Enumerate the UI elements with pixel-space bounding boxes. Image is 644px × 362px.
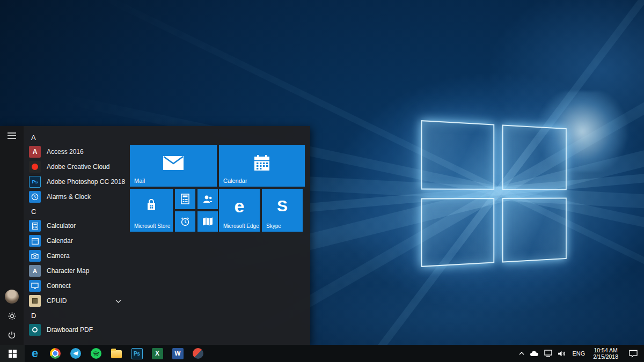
tile-small-maps[interactable]	[197, 211, 218, 232]
tray-language[interactable]: ENG	[568, 345, 589, 362]
tray-action-center[interactable]	[623, 345, 644, 362]
app-list-item-alarms-clock[interactable]: Alarms & Clock	[24, 189, 130, 204]
photoshop-icon: Ps	[29, 176, 41, 188]
app-label: Adobe Photoshop CC 2018	[47, 178, 125, 186]
windows-hero-logo	[421, 120, 566, 267]
tile-label: Skype	[266, 223, 281, 229]
expand-menu-button[interactable]	[0, 126, 24, 145]
character-map-icon: A	[29, 265, 41, 277]
network-icon	[544, 350, 552, 357]
section-letter-a[interactable]: A	[24, 130, 130, 144]
app-list-item-character-map[interactable]: A Character Map	[24, 263, 130, 278]
tile-small-calculator[interactable]	[175, 189, 195, 209]
settings-button[interactable]	[0, 306, 24, 326]
settings-gear-icon	[8, 312, 17, 321]
onedrive-cloud-icon	[530, 351, 539, 357]
taskbar-excel-button[interactable]: X	[147, 345, 167, 362]
taskbar-file-explorer-button[interactable]	[106, 345, 127, 362]
tray-time: 10:54 AM	[594, 347, 617, 354]
taskbar-telegram-button[interactable]	[65, 345, 86, 362]
power-button[interactable]	[0, 326, 24, 345]
app-label: Drawboard PDF	[47, 326, 93, 334]
alarm-clock-icon	[180, 216, 191, 227]
chevron-down-icon[interactable]	[115, 299, 121, 303]
app-list-item-cpuid[interactable]: CPUID	[24, 293, 130, 308]
taskbar-word-button[interactable]: W	[167, 345, 188, 362]
app-list-item-drawboard-pdf[interactable]: Drawboard PDF	[24, 322, 130, 337]
section-letter-c[interactable]: C	[24, 204, 130, 218]
chrome-icon	[50, 348, 61, 359]
pinned-app-icon	[193, 348, 203, 359]
app-list-item-connect[interactable]: Connect	[24, 278, 130, 293]
tile-mail[interactable]: Mail	[130, 145, 217, 187]
taskbar-photoshop-button[interactable]: Ps	[127, 345, 147, 362]
power-icon	[8, 331, 16, 339]
windows-start-icon	[9, 350, 17, 358]
file-explorer-icon	[111, 350, 122, 358]
start-button[interactable]	[0, 345, 25, 362]
app-label: Character Map	[47, 267, 89, 275]
app-label: Calendar	[47, 237, 73, 245]
user-account-button[interactable]	[0, 287, 24, 306]
tray-show-hidden-icons[interactable]	[516, 345, 527, 362]
app-list-item-calendar[interactable]: Calendar	[24, 233, 130, 248]
calendar-icon	[29, 235, 41, 247]
alarm-clock-icon	[29, 191, 41, 203]
tray-clock[interactable]: 10:54 AM 2/15/2018	[589, 347, 623, 360]
camera-icon	[29, 250, 41, 262]
tile-microsoft-store[interactable]: Microsoft Store	[130, 189, 173, 232]
app-label: Access 2016	[47, 148, 84, 156]
tile-label: Microsoft Store	[134, 223, 170, 229]
app-list-item-adobe-photoshop[interactable]: Ps Adobe Photoshop CC 2018	[24, 174, 130, 189]
system-tray: ENG 10:54 AM 2/15/2018	[516, 345, 644, 362]
tile-calendar[interactable]: Calendar	[219, 145, 305, 187]
window-pane	[502, 124, 567, 190]
app-list-item-calculator[interactable]: Calculator	[24, 218, 130, 233]
tile-small-people[interactable]	[197, 189, 218, 209]
app-list-item-camera[interactable]: Camera	[24, 248, 130, 263]
section-letter-d[interactable]: D	[24, 308, 130, 322]
taskbar: e Ps X W	[0, 345, 644, 362]
action-center-icon	[629, 350, 638, 358]
tray-volume[interactable]	[555, 345, 568, 362]
app-label: Adobe Creative Cloud	[47, 163, 109, 171]
start-menu: A A Access 2016 Adobe Creative Cloud Ps …	[0, 126, 310, 345]
start-tiles-group: Mail Calendar	[130, 145, 307, 233]
access-2016-icon: A	[29, 146, 41, 158]
spotify-icon	[91, 348, 101, 359]
tray-onedrive[interactable]	[527, 345, 541, 362]
telegram-icon	[70, 348, 81, 359]
start-app-list: A A Access 2016 Adobe Creative Cloud Ps …	[24, 126, 130, 345]
taskbar-pinned-app-button[interactable]	[188, 345, 208, 362]
word-icon: W	[172, 348, 184, 359]
tile-microsoft-edge[interactable]: e Microsoft Edge	[219, 189, 260, 232]
taskbar-edge-button[interactable]: e	[25, 345, 45, 362]
adobe-creative-cloud-icon	[29, 161, 41, 173]
tile-skype[interactable]: S Skype	[262, 189, 303, 232]
app-label: CPUID	[47, 297, 67, 305]
skype-icon: S	[277, 198, 288, 214]
tile-label: Microsoft Edge	[223, 223, 259, 229]
tile-small-alarms[interactable]	[175, 211, 195, 232]
user-avatar	[5, 290, 19, 304]
taskbar-spotify-button[interactable]	[86, 345, 106, 362]
desktop[interactable]: A A Access 2016 Adobe Creative Cloud Ps …	[0, 0, 644, 362]
app-label: Camera	[47, 252, 70, 260]
taskbar-chrome-button[interactable]	[45, 345, 65, 362]
people-icon	[202, 194, 213, 204]
app-list-item-access-2016[interactable]: A Access 2016	[24, 144, 130, 159]
window-pane	[421, 198, 494, 267]
drawboard-pdf-icon	[29, 324, 41, 336]
tray-date: 2/15/2018	[593, 353, 618, 360]
excel-icon: X	[152, 348, 163, 359]
volume-icon	[558, 350, 566, 357]
calendar-icon	[254, 155, 270, 171]
tray-network[interactable]	[541, 345, 555, 362]
calculator-icon	[29, 220, 41, 232]
app-list-item-adobe-creative-cloud[interactable]: Adobe Creative Cloud	[24, 159, 130, 174]
app-label: Connect	[47, 282, 71, 290]
app-label: Calculator	[47, 222, 76, 230]
start-menu-rail	[0, 126, 24, 345]
tray-chevron-up-icon	[519, 352, 524, 355]
connect-icon	[29, 280, 41, 292]
